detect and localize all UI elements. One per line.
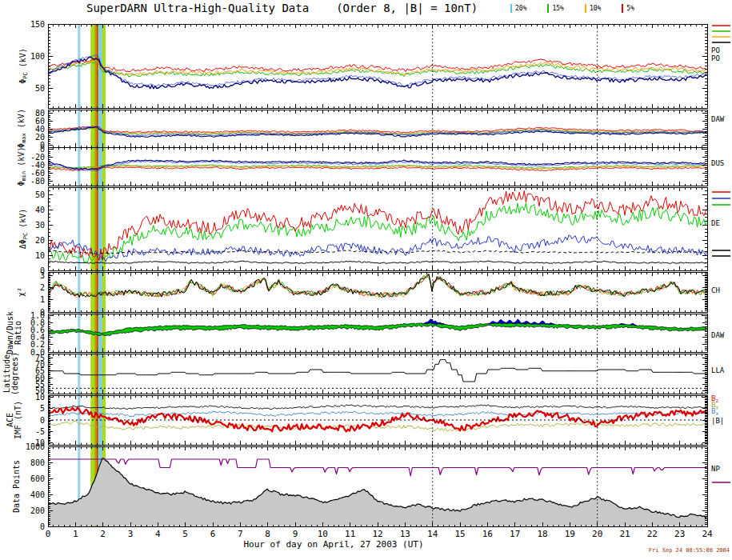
- highlight-band-stripe: [97, 24, 98, 526]
- x-tick-label: 15: [454, 529, 465, 539]
- y-tick-label: -5: [35, 427, 45, 436]
- y-tick-label: -40: [30, 161, 45, 170]
- y-axis-label-data-points: Data Points: [12, 460, 21, 513]
- panel-frame: [48, 314, 707, 352]
- y-tick-label: 10: [35, 251, 45, 260]
- y-tick-label: 400: [30, 490, 45, 499]
- x-tick-label: 12: [372, 529, 382, 539]
- x-tick-label: 14: [427, 529, 438, 539]
- y-tick-label: 10: [35, 393, 45, 402]
- series-np-area-fill: [48, 458, 707, 526]
- y-axis-label-phi-pc: ΦPC (kV): [18, 48, 29, 84]
- panel-frame: [48, 110, 707, 147]
- right-label-latitude: LLA: [711, 366, 725, 374]
- y-tick-label: 50: [35, 190, 45, 199]
- series-d-red: [48, 191, 707, 261]
- y-tick-label: 0: [40, 416, 45, 425]
- y-tick-label: -20: [30, 153, 45, 162]
- y-tick-label: 3: [40, 271, 45, 280]
- x-tick-label: 1: [73, 529, 78, 539]
- x-tick-label: 21: [619, 529, 630, 539]
- y-tick-label: 100: [30, 52, 45, 61]
- panel-frame: [48, 24, 707, 108]
- right-label-data-points: NP: [711, 465, 720, 473]
- x-tick-label: 8: [265, 529, 270, 539]
- superdarn-plot-page: SuperDARN Ultra-High-Quality Data(Order …: [0, 0, 732, 560]
- series-d-blacksolid: [48, 261, 707, 263]
- x-tick-label: 3: [128, 529, 134, 539]
- cyan-marker-line: [78, 24, 80, 526]
- right-label-ace-imf: |B|: [711, 417, 724, 425]
- panel-dphi-pc: [48, 191, 707, 264]
- panel-ace-imf: [48, 405, 707, 432]
- x-tick-label: 18: [537, 529, 547, 539]
- x-tick-label: 0: [46, 529, 51, 539]
- x-tick-label: 17: [510, 529, 520, 539]
- series-pc-navy: [48, 58, 707, 89]
- generation-timestamp: Fri Sep 24 08:55:08 2004: [649, 547, 730, 554]
- x-tick-label: 9: [293, 529, 298, 539]
- right-label-phi-pc: PO: [711, 46, 720, 54]
- x-tick-label: 10: [318, 529, 328, 539]
- y-tick-label: 80: [35, 109, 45, 118]
- y-axis-label-dphi-pc: ΔΦPC (kV): [18, 209, 29, 250]
- x-axis-label: Hour of day on April, 27 2003 (UT): [243, 539, 423, 550]
- y-axis-label-latitude: Latitude(degrees): [2, 352, 19, 395]
- right-label-chi2: CH: [711, 286, 720, 294]
- y-axis-label-phi-max: Φmax (kV): [17, 109, 27, 148]
- panel-phi-max: [48, 126, 707, 137]
- panel-ticks: [48, 314, 707, 352]
- y-tick-label: 1.0: [30, 311, 45, 320]
- series-np-purple: [48, 459, 707, 476]
- y-tick-label: -60: [30, 169, 45, 178]
- panel-ticks: [48, 24, 707, 108]
- x-tick-label: 16: [482, 529, 493, 539]
- series-lat-step: [48, 360, 707, 382]
- y-tick-label: 200: [30, 506, 45, 515]
- series-d-blue: [48, 235, 707, 262]
- y-tick-label: 2: [40, 283, 45, 292]
- x-tick-label: 24: [702, 529, 713, 539]
- y-tick-label: 40: [35, 125, 45, 134]
- x-tick-label: 20: [592, 529, 602, 539]
- x-tick-label: 19: [565, 529, 575, 539]
- x-tick-label: 11: [345, 529, 355, 539]
- right-label-phi-pc: PO: [711, 54, 720, 62]
- y-tick-label: 30: [35, 221, 45, 230]
- panel-chi2: [48, 274, 707, 297]
- series-imf-bz: [48, 407, 707, 431]
- x-tick-label: 2: [100, 529, 106, 539]
- y-axis-label-ace-imf: ACEIMF (nT): [6, 401, 22, 439]
- panel-phi-min: [48, 160, 707, 171]
- y-tick-label: 20: [35, 236, 45, 245]
- x-tick-label: 7: [238, 529, 243, 539]
- y-axis-label-chi2: χ²: [17, 287, 26, 297]
- y-tick-label: 600: [30, 474, 45, 483]
- y-tick-label: 1000: [26, 442, 45, 451]
- right-label-dphi-pc: DE: [711, 219, 720, 227]
- x-tick-label: 6: [210, 529, 216, 539]
- highlight-band-stripe: [98, 24, 102, 526]
- x-tick-label: 4: [155, 529, 161, 539]
- y-tick-label: 20: [35, 133, 45, 142]
- right-label-ratio: DAW: [711, 331, 725, 339]
- y-tick-label: -80: [30, 177, 45, 186]
- multi-panel-chart: 50100150ΦPC (kV)POPO020406080Φmax (kV)DA…: [0, 0, 732, 560]
- y-tick-label: 1: [40, 295, 45, 304]
- right-label-phi-min: DUS: [711, 159, 724, 167]
- panel-ticks: [48, 110, 707, 147]
- x-tick-label: 23: [674, 529, 685, 539]
- highlight-band: [90, 24, 106, 526]
- panel-phi-pc: [48, 55, 707, 89]
- y-tick-label: 150: [30, 20, 45, 29]
- panel-ticks: [48, 187, 707, 270]
- series-imf-bx: [48, 411, 707, 417]
- y-tick-label: 5: [40, 404, 45, 413]
- panel-frame: [48, 187, 707, 270]
- series-imf-bmag: [48, 405, 707, 410]
- y-tick-label: 0: [40, 522, 45, 531]
- series-pc-orange: [48, 60, 707, 75]
- right-label-phi-max: DAW: [711, 115, 725, 123]
- x-tick-label: 22: [647, 529, 658, 539]
- y-tick-label: 50: [35, 84, 45, 93]
